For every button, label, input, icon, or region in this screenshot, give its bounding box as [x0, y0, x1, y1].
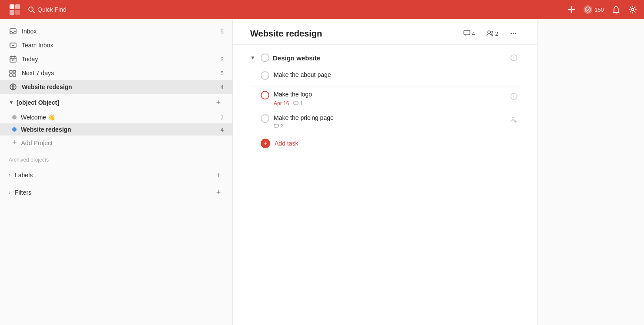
comments-button[interactable]: 4 — [461, 28, 478, 39]
members-count: 2 — [495, 30, 498, 37]
website-redesign-nav-icon — [9, 83, 17, 91]
archived-projects-label: Archived projects — [0, 150, 232, 166]
filters-add-button[interactable]: + — [213, 187, 224, 198]
add-project-label: Add Project — [21, 139, 53, 146]
more-options-button[interactable] — [507, 28, 520, 39]
welcome-project-label: Welcome 👋 — [21, 114, 216, 121]
task-meta: Apr 16 1 — [274, 100, 503, 106]
svg-point-27 — [511, 33, 512, 34]
app-logo[interactable] — [7, 2, 23, 17]
right-panel — [537, 19, 644, 325]
website-redesign-project-label: Website redesign — [21, 126, 216, 133]
svg-point-25 — [488, 31, 490, 33]
task-comment-count: 2 — [274, 123, 283, 129]
projects-section-title: [object Object] — [17, 99, 211, 106]
filters-chevron-icon: › — [9, 189, 10, 196]
section-name: Design website — [273, 54, 504, 62]
table-row: Make the pricing page 2 — [250, 110, 520, 134]
task-list: ▼ Design website Make the about page — [233, 45, 537, 325]
website-redesign-nav-label: Website redesign — [22, 83, 216, 90]
task-content: Make the about page — [274, 71, 503, 80]
sidebar-item-website-redesign[interactable]: Website redesign 4 — [0, 80, 232, 94]
task-info-button[interactable] — [508, 90, 520, 103]
task-complete-button[interactable] — [261, 71, 269, 80]
topbar: Quick Find 150 — [0, 0, 644, 19]
inbox-label: Inbox — [22, 28, 216, 35]
sidebar-item-welcome[interactable]: Welcome 👋 7 — [0, 111, 232, 123]
task-assign-button[interactable] — [508, 114, 520, 126]
main-layout: Inbox 5 Team Inbox 17 — [0, 19, 644, 325]
today-icon: 17 — [9, 55, 17, 63]
svg-rect-0 — [10, 4, 14, 9]
svg-rect-19 — [13, 70, 16, 73]
task-complete-button[interactable] — [261, 114, 269, 123]
website-redesign-nav-count: 4 — [221, 84, 224, 90]
labels-add-button[interactable]: + — [213, 170, 224, 180]
quick-find-button[interactable]: Quick Find — [23, 3, 567, 16]
today-count: 3 — [221, 56, 224, 63]
sidebar-item-next7days[interactable]: Next 7 days 5 — [0, 66, 232, 80]
table-row: Make the about page — [250, 67, 520, 87]
svg-line-5 — [33, 11, 34, 13]
section-chevron-icon: ▼ — [250, 55, 257, 61]
filters-label: Filters — [15, 189, 209, 196]
notifications-button[interactable] — [612, 5, 621, 14]
team-inbox-label: Team Inbox — [22, 42, 224, 49]
add-project-icon: + — [12, 138, 17, 147]
section-info-icon[interactable] — [508, 52, 520, 64]
next7days-count: 5 — [221, 70, 224, 76]
svg-rect-24 — [464, 30, 470, 35]
inbox-icon — [9, 27, 17, 36]
sidebar-item-labels[interactable]: › Labels + — [0, 166, 232, 184]
svg-rect-40 — [274, 124, 278, 127]
projects-add-button[interactable]: + — [213, 97, 224, 108]
karma-display[interactable]: 150 — [584, 5, 604, 14]
task-complete-button[interactable] — [261, 91, 269, 99]
task-meta: 2 — [274, 123, 503, 129]
add-button[interactable] — [567, 5, 576, 14]
settings-button[interactable] — [628, 5, 637, 14]
task-comment-count: 1 — [293, 100, 303, 106]
table-row: Make the logo Apr 16 1 — [250, 87, 520, 110]
website-redesign-project-count: 4 — [221, 126, 224, 133]
website-redesign-project-dot — [12, 127, 17, 132]
sidebar-item-filters[interactable]: › Filters + — [0, 184, 232, 201]
svg-point-8 — [585, 7, 590, 12]
task-content: Make the logo Apr 16 1 — [274, 90, 503, 106]
svg-rect-20 — [10, 74, 12, 76]
section-design-website[interactable]: ▼ Design website — [250, 45, 520, 67]
section-circle-icon — [261, 53, 269, 62]
svg-point-41 — [512, 117, 514, 119]
add-project-button[interactable]: + Add Project — [0, 136, 232, 150]
add-task-button[interactable]: + — [261, 139, 270, 148]
page-title: Website redesign — [250, 29, 461, 39]
labels-label: Labels — [15, 172, 209, 179]
svg-point-29 — [515, 33, 517, 34]
comment-count-label: 2 — [280, 123, 283, 129]
today-label: Today — [22, 56, 216, 63]
sidebar-item-website-redesign-project[interactable]: Website redesign 4 — [0, 123, 232, 136]
comments-count: 4 — [472, 30, 475, 37]
svg-rect-3 — [15, 10, 20, 15]
task-date: Apr 16 — [274, 100, 289, 106]
content-header: Website redesign 4 2 — [233, 19, 537, 45]
add-task-row[interactable]: + Add task — [250, 133, 520, 153]
sidebar-item-team-inbox[interactable]: Team Inbox — [0, 38, 232, 52]
svg-rect-36 — [294, 101, 298, 104]
svg-point-33 — [512, 75, 514, 77]
content-area: Website redesign 4 2 — [233, 19, 537, 325]
welcome-project-dot — [12, 115, 17, 119]
labels-chevron-icon: › — [9, 172, 10, 178]
sidebar-item-inbox[interactable]: Inbox 5 — [0, 24, 232, 38]
projects-section-header[interactable]: ▼ [object Object] + — [0, 94, 232, 111]
svg-text:17: 17 — [12, 59, 15, 62]
karma-count: 150 — [594, 7, 604, 13]
task-content: Make the pricing page 2 — [274, 114, 503, 130]
karma-icon — [584, 5, 592, 14]
svg-rect-18 — [10, 70, 12, 73]
task-name: Make the pricing page — [274, 114, 503, 123]
welcome-project-count: 7 — [221, 114, 224, 121]
members-button[interactable]: 2 — [484, 28, 501, 39]
sidebar-item-today[interactable]: 17 Today 3 — [0, 52, 232, 66]
svg-point-39 — [513, 95, 514, 96]
